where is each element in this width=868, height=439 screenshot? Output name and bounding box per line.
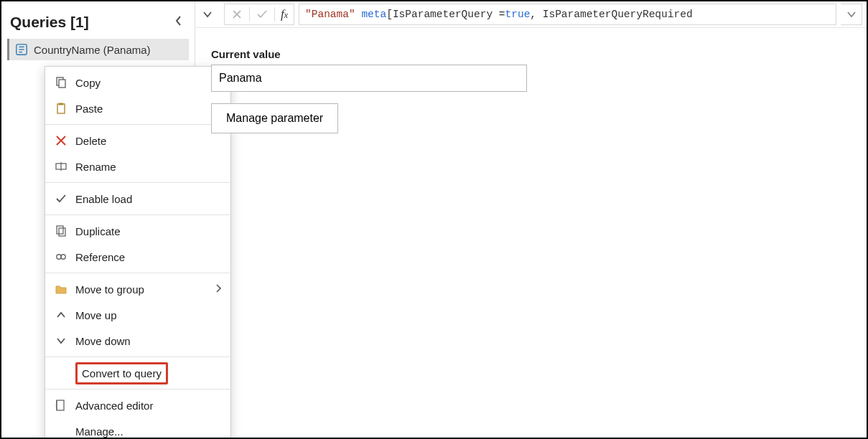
advanced-editor-icon xyxy=(54,398,68,412)
formula-token-string: "Panama" xyxy=(305,9,355,20)
current-value-input[interactable] xyxy=(211,65,527,92)
menu-label: Rename xyxy=(75,161,116,173)
manage-parameter-button[interactable]: Manage parameter xyxy=(211,103,338,133)
menu-label: Convert to query xyxy=(82,367,162,379)
query-item-countryname[interactable]: CountryName (Panama) xyxy=(7,39,189,60)
rename-icon xyxy=(54,159,68,174)
copy-icon xyxy=(54,75,68,90)
menu-label: Copy xyxy=(75,77,101,89)
menu-label: Manage... xyxy=(75,425,123,438)
formula-token: [IsParameterQuery = xyxy=(386,9,505,20)
chevron-down-icon xyxy=(54,334,68,348)
fx-icon: fx xyxy=(275,7,294,22)
folder-icon xyxy=(54,282,68,296)
svg-rect-12 xyxy=(57,226,63,234)
blank-icon xyxy=(54,366,68,380)
formula-token-bool: true xyxy=(505,9,531,20)
collapse-pane-button[interactable] xyxy=(172,13,186,32)
parameter-icon xyxy=(15,43,28,56)
check-icon xyxy=(54,192,68,206)
svg-rect-5 xyxy=(59,80,65,88)
current-value-label: Current value xyxy=(211,48,851,60)
formula-bar[interactable]: "Panama" meta [IsParameterQuery = true ,… xyxy=(299,4,836,25)
menu-label: Move down xyxy=(75,335,131,347)
panel-dropdown-button[interactable] xyxy=(195,4,220,25)
x-icon xyxy=(232,9,242,19)
menu-label: Advanced editor xyxy=(75,400,153,412)
confirm-formula-button[interactable] xyxy=(250,4,274,25)
menu-label: Paste xyxy=(75,103,103,115)
reference-icon xyxy=(54,250,68,264)
cancel-formula-button[interactable] xyxy=(225,4,249,25)
menu-label: Reference xyxy=(75,251,125,263)
menu-label: Move to group xyxy=(75,283,144,296)
chevron-left-icon xyxy=(174,16,183,26)
query-item-label: CountryName (Panama) xyxy=(34,44,151,56)
formula-token: , IsParameterQueryRequired xyxy=(530,9,692,20)
queries-pane-header: Queries [1] xyxy=(7,9,189,39)
svg-rect-13 xyxy=(59,228,65,236)
svg-rect-6 xyxy=(57,104,65,113)
svg-rect-7 xyxy=(59,103,63,105)
main-area: fx "Panama" meta [IsParameterQuery = tru… xyxy=(195,1,867,438)
menu-label: Enable load xyxy=(75,193,132,205)
queries-pane-title: Queries [1] xyxy=(10,14,89,31)
chevron-down-icon xyxy=(846,9,857,19)
parameter-panel: Current value Manage parameter xyxy=(195,28,867,154)
app-frame: Queries [1] CountryName (Panama) Copy xyxy=(0,0,868,439)
formula-actions: fx xyxy=(224,4,294,25)
delete-icon xyxy=(54,133,68,148)
formula-token-keyword: meta xyxy=(361,9,386,20)
paste-icon xyxy=(54,101,68,115)
menu-label: Move up xyxy=(75,309,117,321)
chevron-down-icon xyxy=(202,9,213,19)
expand-formula-button[interactable] xyxy=(841,4,862,25)
blank-icon xyxy=(54,424,68,438)
formula-bar-row: fx "Panama" meta [IsParameterQuery = tru… xyxy=(195,1,867,28)
chevron-up-icon xyxy=(54,308,68,322)
menu-label: Delete xyxy=(75,135,106,147)
menu-label: Duplicate xyxy=(75,225,121,237)
highlight-annotation: Convert to query xyxy=(75,362,168,384)
check-icon xyxy=(256,9,268,19)
svg-rect-16 xyxy=(57,400,64,410)
duplicate-icon xyxy=(54,224,68,238)
